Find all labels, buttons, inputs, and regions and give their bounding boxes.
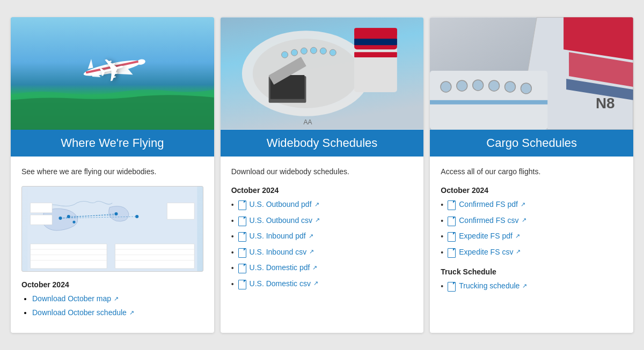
bullet-3: • xyxy=(231,232,234,242)
list-item-wb-1: • U.S. Outbound pdf ↗ xyxy=(231,200,413,211)
bullet-1: • xyxy=(231,200,234,211)
svg-rect-20 xyxy=(115,244,194,269)
link-expedite-fs-pdf[interactable]: Expedite FS pdf ↗ xyxy=(459,232,520,240)
ext-icon-3: ↗ xyxy=(309,233,313,240)
download-map-text: Download October map xyxy=(32,294,111,303)
download-schedule-link[interactable]: Download October schedule ↗ xyxy=(32,308,134,317)
card-body-cargo: Access all of our cargo flights. October… xyxy=(430,157,633,333)
link-wb-domestic-csv[interactable]: U.S. Domestic csv ↗ xyxy=(250,279,318,288)
ext-icon-2: ↗ xyxy=(315,217,320,224)
svg-point-15 xyxy=(72,221,75,224)
card-description-widebody: Download our widebody schedules. xyxy=(231,166,413,177)
svg-point-55 xyxy=(505,81,516,92)
svg-point-14 xyxy=(135,215,138,218)
svg-rect-18 xyxy=(167,203,194,220)
link-text-wb-3: U.S. Inbound pdf xyxy=(250,232,306,240)
section-label-widebody: October 2024 xyxy=(231,186,413,195)
list-item-cargo-4: • Expedite FS csv ↗ xyxy=(441,248,623,258)
svg-text:N8: N8 xyxy=(596,95,615,111)
link-wb-inbound-pdf[interactable]: U.S. Inbound pdf ↗ xyxy=(250,232,313,240)
svg-point-12 xyxy=(67,215,70,218)
list-item-cargo-3: • Expedite FS pdf ↗ xyxy=(441,232,623,242)
truck-section-label: Truck Schedule xyxy=(441,267,623,276)
link-wb-outbound-pdf[interactable]: U.S. Outbound pdf ↗ xyxy=(250,200,319,208)
card-image-flying xyxy=(11,17,214,130)
list-item-schedule: Download October schedule ↗ xyxy=(32,308,203,317)
bullet-5: • xyxy=(231,263,234,274)
svg-point-11 xyxy=(58,217,62,220)
pdf-icon-c3 xyxy=(448,232,456,242)
card-title-cargo: Cargo Schedules xyxy=(486,136,577,150)
truck-section: Truck Schedule • Trucking schedule ↗ xyxy=(441,267,623,292)
link-wb-outbound-csv[interactable]: U.S. Outbound csv ↗ xyxy=(250,216,320,225)
pdf-icon-c1 xyxy=(448,200,456,210)
ext-icon-t1: ↗ xyxy=(522,282,527,289)
link-text-wb-4: U.S. Inbound csv xyxy=(250,248,307,256)
truck-file-list: • Trucking schedule ↗ xyxy=(441,281,623,292)
card-cargo: N8 Cargo Schedules Access all of our car… xyxy=(430,17,633,333)
link-text-c4: Expedite FS csv xyxy=(459,248,513,256)
pdf-icon-t1 xyxy=(448,282,456,292)
ext-icon-c4: ↗ xyxy=(516,248,521,255)
svg-rect-37 xyxy=(354,52,397,57)
svg-point-40 xyxy=(301,48,307,54)
file-list-widebody: • U.S. Outbound pdf ↗ • U.S. Outbound cs… xyxy=(231,200,413,290)
map-image xyxy=(21,186,203,272)
svg-rect-19 xyxy=(30,244,107,269)
link-confirmed-fs-csv[interactable]: Confirmed FS csv ↗ xyxy=(459,216,526,225)
svg-point-54 xyxy=(489,80,500,91)
svg-point-53 xyxy=(473,80,484,91)
svg-rect-58 xyxy=(430,100,547,105)
svg-point-38 xyxy=(281,51,288,58)
external-icon-map: ↗ xyxy=(114,295,119,302)
list-item-cargo-1: • Confirmed FS pdf ↗ xyxy=(441,200,623,211)
link-trucking-schedule[interactable]: Trucking schedule ↗ xyxy=(459,281,527,290)
ext-icon-c2: ↗ xyxy=(522,217,526,224)
pdf-icon-1 xyxy=(238,200,246,210)
bullet-4: • xyxy=(231,248,234,258)
ext-icon-1: ↗ xyxy=(314,201,319,208)
link-text-wb-2: U.S. Outbound csv xyxy=(250,216,313,225)
link-text-t1: Trucking schedule xyxy=(459,281,519,290)
link-confirmed-fs-pdf[interactable]: Confirmed FS pdf ↗ xyxy=(459,200,525,208)
link-text-c3: Expedite FS pdf xyxy=(459,232,513,240)
bullet-c2: • xyxy=(441,216,443,227)
card-where-flying: Where We're Flying See where we are flyi… xyxy=(11,17,214,333)
ext-icon-4: ↗ xyxy=(309,248,314,255)
file-list-cargo: • Confirmed FS pdf ↗ • Confirmed FS csv … xyxy=(441,200,623,258)
bullet-t1: • xyxy=(441,281,443,292)
download-map-link[interactable]: Download October map ↗ xyxy=(32,294,119,303)
card-description-flying: See where we are flying our widebodies. xyxy=(21,166,203,177)
svg-point-41 xyxy=(310,47,317,54)
link-text-wb-5: U.S. Domestic pdf xyxy=(250,263,310,272)
card-header-cargo: Cargo Schedules xyxy=(430,130,633,157)
card-widebody: AA Widebody Schedules Download our wideb… xyxy=(221,17,424,333)
svg-rect-35 xyxy=(354,28,397,36)
svg-point-56 xyxy=(521,83,532,94)
ext-icon-c1: ↗ xyxy=(521,201,525,208)
csv-icon-2 xyxy=(238,217,246,226)
link-wb-inbound-csv[interactable]: U.S. Inbound csv ↗ xyxy=(250,248,314,256)
svg-rect-36 xyxy=(354,39,397,45)
list-item-wb-4: • U.S. Inbound csv ↗ xyxy=(231,248,413,258)
bullet-2: • xyxy=(231,216,234,227)
link-text-c2: Confirmed FS csv xyxy=(459,216,518,225)
list-item-wb-5: • U.S. Domestic pdf ↗ xyxy=(231,263,413,274)
svg-point-42 xyxy=(320,48,326,54)
link-wb-domestic-pdf[interactable]: U.S. Domestic pdf ↗ xyxy=(250,263,318,272)
bullet-c1: • xyxy=(441,200,443,211)
bullet-c3: • xyxy=(441,232,443,242)
pdf-icon-5 xyxy=(238,264,246,273)
ext-icon-5: ↗ xyxy=(312,264,317,271)
link-list-flying: Download October map ↗ Download October … xyxy=(21,294,203,317)
card-header-flying: Where We're Flying xyxy=(11,130,214,157)
svg-point-43 xyxy=(330,49,336,56)
link-expedite-fs-csv[interactable]: Expedite FS csv ↗ xyxy=(459,248,521,256)
csv-icon-c2 xyxy=(448,217,456,226)
section-label-cargo: October 2024 xyxy=(441,186,623,195)
list-item-map: Download October map ↗ xyxy=(32,294,203,303)
card-body-widebody: Download our widebody schedules. October… xyxy=(221,157,424,333)
csv-icon-c4 xyxy=(448,248,456,258)
list-item-wb-6: • U.S. Domestic csv ↗ xyxy=(231,279,413,290)
section-label-flying: October 2024 xyxy=(21,280,203,289)
